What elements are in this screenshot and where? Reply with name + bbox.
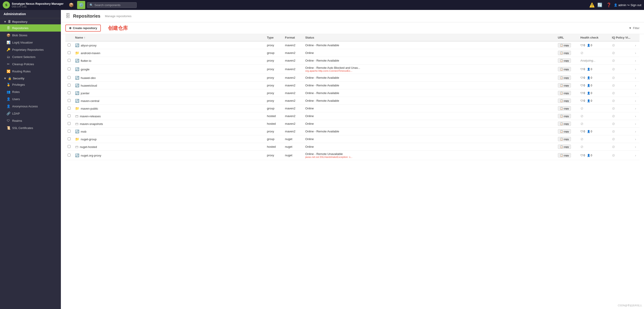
row-expand[interactable]: › bbox=[633, 74, 640, 82]
row-checkbox[interactable] bbox=[68, 68, 70, 70]
sidebar-group-repository[interactable]: ▼ 🗄 Repository bbox=[0, 18, 61, 24]
sidebar-group-security[interactable]: ▼ 🔒 Security bbox=[0, 75, 61, 81]
row-expand[interactable]: › bbox=[633, 143, 640, 151]
create-repository-button[interactable]: ⊕ Create repository bbox=[66, 24, 101, 32]
row-expand[interactable]: › bbox=[633, 57, 640, 64]
person-icon: 👤 bbox=[587, 99, 590, 102]
row-expand[interactable]: › bbox=[633, 89, 640, 97]
col-status[interactable]: Status bbox=[303, 34, 556, 41]
sidebar-item-cleanup-policies[interactable]: ✂ Cleanup Policies bbox=[0, 60, 61, 68]
row-expand[interactable]: › bbox=[633, 128, 640, 135]
col-iq[interactable]: IQ Policy Vi... bbox=[610, 34, 633, 41]
table-row[interactable]: 🔄maven-centralproxymaven2Online - Remote… bbox=[66, 97, 640, 105]
row-checkbox[interactable] bbox=[68, 91, 70, 94]
copy-url-button[interactable]: 📋copy bbox=[558, 129, 571, 134]
row-checkbox[interactable] bbox=[68, 122, 70, 125]
search-input[interactable] bbox=[94, 4, 134, 7]
repo-name-text: flutter-io bbox=[81, 59, 91, 62]
col-health[interactable]: Health check bbox=[578, 34, 610, 41]
table-row[interactable]: 🔄jcenterproxymaven2Online - Remote Avail… bbox=[66, 89, 640, 97]
sidebar-item-content-selectors[interactable]: 🗂 Content Selectors bbox=[0, 53, 61, 60]
row-expand[interactable]: › bbox=[633, 135, 640, 143]
copy-url-button[interactable]: 📋copy bbox=[558, 43, 571, 47]
row-expand[interactable]: › bbox=[633, 49, 640, 57]
table-row[interactable]: 🔄huawei-devproxymaven2Online - Remote Av… bbox=[66, 74, 640, 82]
col-format[interactable]: Format bbox=[283, 34, 303, 41]
row-checkbox[interactable] bbox=[68, 99, 70, 102]
table-row[interactable]: 🔄flutter-ioproxymaven2Online - Remote Av… bbox=[66, 57, 640, 64]
row-checkbox[interactable] bbox=[68, 44, 70, 46]
table-row[interactable]: 🗃nuget-hostedhostednugetOnline📋copy⊘⊘› bbox=[66, 143, 640, 151]
help-icon-btn[interactable]: ❓ bbox=[605, 1, 613, 9]
refresh-icon-btn[interactable]: 🔄 bbox=[596, 1, 604, 9]
copy-icon: 📋 bbox=[560, 84, 563, 87]
settings-icon-btn[interactable]: ⚙️ bbox=[77, 1, 85, 9]
table-row[interactable]: 🗃maven-snapshotshostedmaven2Online📋copy⊘… bbox=[66, 120, 640, 128]
table-row[interactable]: 🔄huaweicloudproxymaven2Online - Remote A… bbox=[66, 82, 640, 89]
row-checkbox[interactable] bbox=[68, 130, 70, 132]
table-row[interactable]: 🔄aliyun-proxyproxymaven2Online - Remote … bbox=[66, 41, 640, 49]
copy-url-button[interactable]: 📋copy bbox=[558, 83, 571, 88]
table-row[interactable]: 🔄mobproxymaven2Online - Remote Available… bbox=[66, 128, 640, 135]
table-row[interactable]: 📁maven-publicgroupmaven2Online📋copy⊘⊘› bbox=[66, 105, 640, 112]
row-expand[interactable]: › bbox=[633, 64, 640, 74]
sidebar-item-anonymous-access[interactable]: 👤 Anonymous Access bbox=[0, 102, 61, 110]
table-row[interactable]: 🗃maven-releaseshostedmaven2Online📋copy⊘⊘… bbox=[66, 112, 640, 120]
sidebar-item-blob-stores[interactable]: 📦 Blob Stores bbox=[0, 32, 61, 39]
sidebar-item-privileges[interactable]: 🏅 Privileges bbox=[0, 81, 61, 88]
row-checkbox[interactable] bbox=[68, 51, 70, 54]
copy-url-button[interactable]: 📋copy bbox=[558, 51, 571, 55]
row-expand[interactable]: › bbox=[633, 97, 640, 105]
sidebar-item-proprietary[interactable]: 🔑 Proprietary Repositories bbox=[0, 46, 61, 53]
table-row[interactable]: 🔄googleproxymaven2Online - Remote Auto B… bbox=[66, 64, 640, 74]
ssl-icon: 📜 bbox=[6, 126, 10, 130]
col-name[interactable]: Name ↑ bbox=[73, 34, 265, 41]
copy-url-button[interactable]: 📋copy bbox=[558, 144, 571, 149]
table-row[interactable]: 📁android-mavengroupmaven2Online📋copy⊘⊘› bbox=[66, 49, 640, 57]
row-format: maven2 bbox=[283, 128, 303, 135]
row-checkbox[interactable] bbox=[68, 84, 70, 86]
signout-button[interactable]: ↪ Sign out bbox=[627, 4, 641, 7]
col-type[interactable]: Type bbox=[265, 34, 283, 41]
copy-url-button[interactable]: 📋copy bbox=[558, 58, 571, 63]
sidebar-item-users[interactable]: 👤 Users bbox=[0, 96, 61, 102]
row-checkbox[interactable] bbox=[68, 154, 70, 156]
copy-url-button[interactable]: 📋copy bbox=[558, 98, 571, 103]
row-expand[interactable]: › bbox=[633, 151, 640, 160]
sidebar-item-ssl-certificates[interactable]: 📜 SSL Certificates bbox=[0, 124, 61, 132]
row-checkbox[interactable] bbox=[68, 107, 70, 110]
row-expand[interactable]: › bbox=[633, 112, 640, 120]
copy-url-button[interactable]: 📋copy bbox=[558, 122, 571, 126]
brand-text: Sonatype Nexus Repository Manager OSS 3.… bbox=[12, 2, 64, 8]
sidebar: Administration ▼ 🗄 Repository 🗄 Reposito… bbox=[0, 10, 61, 309]
row-checkbox[interactable] bbox=[68, 59, 70, 62]
sidebar-item-realms[interactable]: 🛡 Realms bbox=[0, 117, 61, 124]
row-checkbox[interactable] bbox=[68, 76, 70, 79]
table-row[interactable]: 📁nuget-groupgroupnugetOnline📋copy⊘⊘› bbox=[66, 135, 640, 143]
copy-url-button[interactable]: 📋copy bbox=[558, 67, 571, 71]
copy-url-button[interactable]: 📋copy bbox=[558, 153, 571, 158]
row-expand[interactable]: › bbox=[633, 120, 640, 128]
row-expand[interactable]: › bbox=[633, 41, 640, 49]
row-expand[interactable]: › bbox=[633, 105, 640, 112]
copy-url-button[interactable]: 📋copy bbox=[558, 91, 571, 95]
sidebar-item-log4j[interactable]: 📊 Log4j Visualizer bbox=[0, 39, 61, 46]
chevron-right-icon: › bbox=[635, 154, 636, 157]
sidebar-item-roles[interactable]: 👥 Roles bbox=[0, 88, 61, 96]
copy-url-button[interactable]: 📋copy bbox=[558, 114, 571, 118]
sidebar-repositories-label: Repositories bbox=[12, 26, 28, 30]
copy-url-button[interactable]: 📋copy bbox=[558, 137, 571, 141]
table-row[interactable]: 🔄nuget.org-proxyproxynugetOnline - Remot… bbox=[66, 151, 640, 160]
browse-icon-btn[interactable]: 📦 bbox=[67, 1, 75, 9]
sidebar-item-ldap[interactable]: 🔗 LDAP bbox=[0, 110, 61, 117]
row-expand[interactable]: › bbox=[633, 82, 640, 89]
col-url[interactable]: URL bbox=[556, 34, 578, 41]
row-checkbox[interactable] bbox=[68, 114, 70, 117]
sidebar-item-routing-rules[interactable]: 🔀 Routing Rules bbox=[0, 68, 61, 75]
copy-url-button[interactable]: 📋copy bbox=[558, 106, 571, 110]
sidebar-privileges-label: Privileges bbox=[12, 83, 25, 86]
row-checkbox[interactable] bbox=[68, 137, 70, 140]
row-checkbox[interactable] bbox=[68, 145, 70, 148]
copy-url-button[interactable]: 📋copy bbox=[558, 76, 571, 80]
sidebar-item-repositories[interactable]: 🗄 Repositories bbox=[0, 24, 61, 32]
